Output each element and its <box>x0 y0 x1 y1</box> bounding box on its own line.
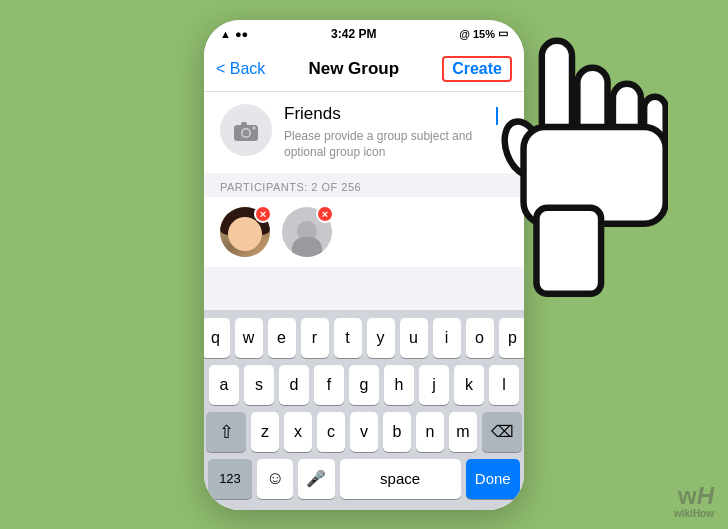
wifi-icon: ▲ <box>220 28 231 40</box>
key-c[interactable]: c <box>317 412 345 452</box>
key-h[interactable]: h <box>384 365 414 405</box>
participants-row: × × <box>204 197 524 267</box>
svg-rect-8 <box>644 97 666 167</box>
emoji-key[interactable]: ☺ <box>257 459 293 499</box>
key-n[interactable]: n <box>416 412 444 452</box>
participant-item: × <box>220 207 270 257</box>
key-x[interactable]: x <box>284 412 312 452</box>
participant-item-2: × <box>282 207 332 257</box>
svg-rect-5 <box>542 41 572 138</box>
participants-label: PARTICIPANTS: 2 OF 256 <box>204 173 524 197</box>
phone-frame: ▲ ●● 3:42 PM @ 15% ▭ < Back New Group Cr… <box>204 20 524 510</box>
key-w[interactable]: w <box>235 318 263 358</box>
svg-point-2 <box>243 129 250 136</box>
status-bar: ▲ ●● 3:42 PM @ 15% ▭ <box>204 20 524 48</box>
keyboard-row-3: ⇧ z x c v b n m ⌫ <box>208 412 520 452</box>
key-e[interactable]: e <box>268 318 296 358</box>
key-m[interactable]: m <box>449 412 477 452</box>
group-name-input[interactable] <box>284 104 496 124</box>
nav-title: New Group <box>308 59 399 79</box>
key-d[interactable]: d <box>279 365 309 405</box>
key-t[interactable]: t <box>334 318 362 358</box>
status-right: @ 15% ▭ <box>459 27 508 40</box>
delete-key[interactable]: ⌫ <box>482 412 522 452</box>
create-button[interactable]: Create <box>442 56 512 82</box>
group-info-text: Please provide a group subject and optio… <box>284 104 508 162</box>
key-s[interactable]: s <box>244 365 274 405</box>
status-left: ▲ ●● <box>220 28 248 40</box>
svg-point-4 <box>253 126 256 129</box>
key-l[interactable]: l <box>489 365 519 405</box>
wikihow-text: wikiHow <box>674 508 714 519</box>
key-q[interactable]: q <box>204 318 230 358</box>
avatar-person-body <box>292 237 322 257</box>
svg-rect-10 <box>524 127 666 224</box>
key-r[interactable]: r <box>301 318 329 358</box>
key-u[interactable]: u <box>400 318 428 358</box>
keyboard: q w e r t y u i o p a s d f g <box>204 310 524 510</box>
text-cursor <box>496 107 498 125</box>
group-info-section: Please provide a group subject and optio… <box>204 92 524 174</box>
svg-rect-6 <box>577 68 607 154</box>
key-v[interactable]: v <box>350 412 378 452</box>
camera-icon <box>232 118 260 142</box>
group-hint: Please provide a group subject and optio… <box>284 128 508 162</box>
remove-participant-2[interactable]: × <box>316 205 334 223</box>
mic-key[interactable]: 🎤 <box>298 459 334 499</box>
svg-rect-11 <box>536 208 601 294</box>
camera-icon-button[interactable] <box>220 104 272 156</box>
key-j[interactable]: j <box>419 365 449 405</box>
content-area: Please provide a group subject and optio… <box>204 92 524 510</box>
keyboard-row-4: 123 ☺ 🎤 space Done <box>208 459 520 499</box>
signal-icon: ●● <box>235 28 248 40</box>
key-y[interactable]: y <box>367 318 395 358</box>
wikihow-watermark: wH wikiHow <box>674 484 714 519</box>
status-time: 3:42 PM <box>331 27 376 41</box>
svg-rect-3 <box>241 122 247 126</box>
key-f[interactable]: f <box>314 365 344 405</box>
key-k[interactable]: k <box>454 365 484 405</box>
done-key[interactable]: Done <box>466 459 520 499</box>
key-a[interactable]: a <box>209 365 239 405</box>
w-letter: w <box>678 482 697 509</box>
keyboard-row-2: a s d f g h j k l <box>208 365 520 405</box>
space-key[interactable]: space <box>340 459 461 499</box>
key-p[interactable]: p <box>499 318 525 358</box>
avatar-face <box>228 217 262 251</box>
location-icon: @ <box>459 28 470 40</box>
numbers-key[interactable]: 123 <box>208 459 252 499</box>
key-z[interactable]: z <box>251 412 279 452</box>
key-i[interactable]: i <box>433 318 461 358</box>
nav-bar: < Back New Group Create <box>204 48 524 92</box>
svg-rect-7 <box>613 84 641 165</box>
h-letter: H <box>697 482 714 509</box>
key-o[interactable]: o <box>466 318 494 358</box>
back-button[interactable]: < Back <box>216 60 265 78</box>
battery-icon: ▭ <box>498 27 508 40</box>
shift-key[interactable]: ⇧ <box>206 412 246 452</box>
battery-label: 15% <box>473 28 495 40</box>
key-b[interactable]: b <box>383 412 411 452</box>
key-g[interactable]: g <box>349 365 379 405</box>
wikihow-logo: wH <box>674 484 714 508</box>
keyboard-row-1: q w e r t y u i o p <box>208 318 520 358</box>
remove-participant-1[interactable]: × <box>254 205 272 223</box>
